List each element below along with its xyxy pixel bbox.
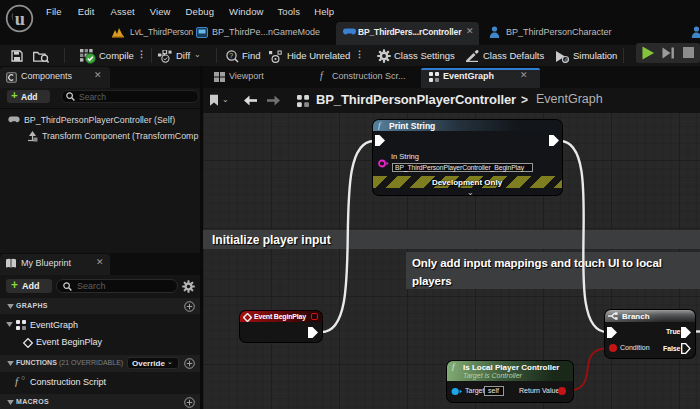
svg-text:?: ? [229,52,233,59]
svg-text:⚙: ⚙ [564,57,569,63]
svg-text:u: u [15,9,25,29]
